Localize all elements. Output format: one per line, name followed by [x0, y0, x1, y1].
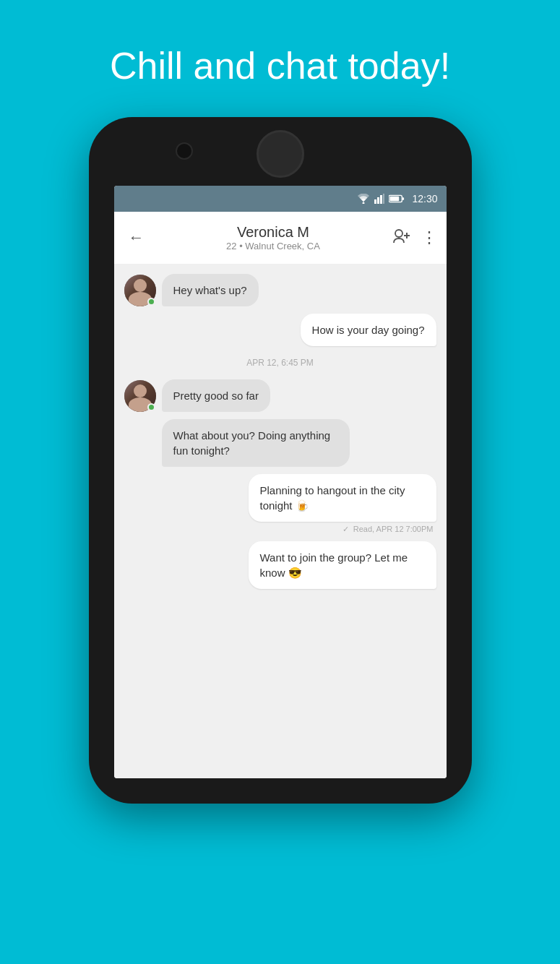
avatar-container: [124, 275, 156, 306]
app-header: ← Veronica M 22 • Walnut Creek, CA ⋮: [114, 212, 447, 264]
page-title: Chill and chat today!: [110, 43, 450, 88]
phone-mockup: 12:30 ← Veronica M 22 • Walnut Creek, CA: [89, 117, 472, 804]
message-bubble: What about you? Doing anything fun tonig…: [162, 419, 350, 467]
message-row: What about you? Doing anything fun tonig…: [124, 419, 436, 467]
svg-point-0: [363, 202, 365, 205]
status-time: 12:30: [412, 193, 437, 205]
status-bar: 12:30: [114, 186, 447, 212]
svg-point-8: [395, 230, 402, 237]
chat-area: Hey what's up? How is your day going? AP…: [114, 264, 447, 778]
message-bubble: Want to join the group? Let me know 😎: [249, 541, 436, 589]
svg-rect-4: [383, 194, 384, 204]
phone-screen: 12:30 ← Veronica M 22 • Walnut Creek, CA: [114, 186, 447, 778]
message-bubble: Hey what's up?: [162, 274, 259, 306]
message-row: How is your day going?: [124, 314, 436, 346]
checkmark-icon: ✓: [343, 525, 349, 533]
status-icons: [357, 194, 405, 204]
wifi-icon: [357, 194, 370, 204]
battery-icon: [389, 194, 405, 203]
svg-rect-3: [380, 195, 382, 204]
svg-rect-2: [377, 197, 379, 204]
add-contact-icon: [392, 228, 410, 244]
read-receipt-text: Read, APR 12 7:00PM: [353, 525, 434, 533]
online-indicator: [147, 403, 155, 411]
message-row: Planning to hangout in the city tonight …: [124, 474, 436, 522]
more-options-button[interactable]: ⋮: [421, 228, 436, 247]
message-row: Want to join the group? Let me know 😎: [124, 541, 436, 589]
message-bubble: How is your day going?: [301, 314, 436, 346]
contact-info: Veronica M 22 • Walnut Creek, CA: [155, 224, 392, 251]
contact-meta: 22 • Walnut Creek, CA: [155, 241, 392, 251]
timestamp: APR 12, 6:45 PM: [124, 358, 436, 368]
message-row: Pretty good so far: [124, 379, 436, 412]
avatar-container: [124, 380, 156, 412]
signal-icon: [374, 194, 384, 204]
svg-rect-7: [390, 197, 400, 201]
online-indicator: [147, 298, 155, 306]
contact-name: Veronica M: [155, 224, 392, 241]
message-bubble: Planning to hangout in the city tonight …: [249, 474, 436, 522]
svg-rect-1: [374, 199, 376, 204]
svg-rect-6: [402, 198, 405, 201]
back-button[interactable]: ←: [124, 224, 149, 251]
header-actions: ⋮: [392, 228, 436, 248]
message-bubble: Pretty good so far: [162, 379, 270, 412]
add-friend-button[interactable]: [392, 228, 410, 248]
read-receipt: ✓ Read, APR 12 7:00PM: [124, 525, 436, 534]
message-row: Hey what's up?: [124, 274, 436, 306]
